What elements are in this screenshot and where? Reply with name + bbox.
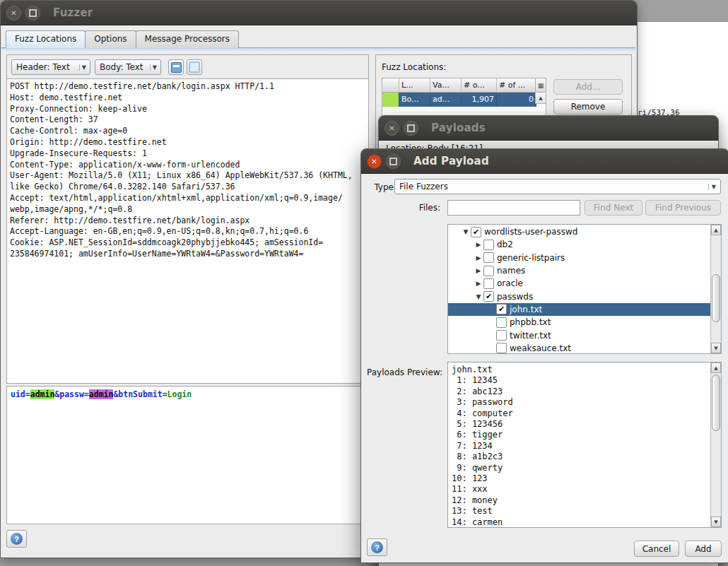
chevron-collapsed-icon[interactable]: ▶ bbox=[474, 280, 483, 287]
preview-scrollbar[interactable]: ▲ ▼ bbox=[710, 362, 721, 527]
chevron-expanded-icon[interactable]: ▼ bbox=[474, 293, 483, 300]
scroll-up-icon[interactable]: ▲ bbox=[535, 93, 546, 104]
fuzzer-tabstrip: Fuzz LocationsOptionsMessage Processors bbox=[6, 30, 238, 48]
table-row[interactable]: Bo...ad...1,9070 bbox=[382, 93, 546, 107]
table-header-cell[interactable]: Va... bbox=[430, 78, 462, 93]
split-view-icon bbox=[189, 61, 200, 73]
fuzzer-titlebar[interactable]: ✕ Fuzzer bbox=[1, 1, 637, 25]
checkbox[interactable] bbox=[483, 252, 494, 263]
payloads-preview-text: john.txt 1: 12345 2: abc123 3: password … bbox=[448, 362, 517, 528]
maximize-icon[interactable] bbox=[25, 6, 40, 20]
payloads-window-title: Payloads bbox=[431, 122, 486, 134]
tree-item-passwds[interactable]: ▼✔passwds bbox=[448, 290, 710, 302]
table-header-cell[interactable]: L... bbox=[399, 78, 430, 93]
tree-item-wordlists-user-passwd[interactable]: ▼✔wordlists-user-passwd bbox=[448, 225, 710, 238]
chevron-expanded-icon[interactable]: ▼ bbox=[461, 228, 471, 235]
tree-item-phpbb-txt[interactable]: phpbb.txt bbox=[448, 316, 710, 329]
checkbox[interactable]: ✔ bbox=[471, 227, 481, 237]
help-button[interactable]: ? bbox=[6, 530, 27, 548]
fuzzer-window-title: Fuzzer bbox=[53, 6, 93, 19]
payload-type-combo[interactable]: File Fuzzers ▼ bbox=[394, 179, 721, 194]
table-cell[interactable]: Bo... bbox=[399, 93, 430, 107]
checkbox[interactable] bbox=[496, 317, 507, 328]
add-location-button[interactable]: Add... bbox=[553, 79, 623, 95]
table-header-cell[interactable]: # of ... bbox=[497, 78, 536, 93]
scroll-down-icon[interactable]: ▼ bbox=[711, 343, 721, 353]
request-header-editor[interactable]: POST http://demo.testfire.net/bank/login… bbox=[7, 78, 368, 383]
add-button[interactable]: Add bbox=[685, 541, 722, 557]
scroll-down-icon[interactable]: ▼ bbox=[711, 517, 721, 527]
tree-item-weaksauce-txt[interactable]: weaksauce.txt bbox=[448, 342, 710, 354]
payloads-titlebar[interactable]: ✕ Payloads bbox=[379, 116, 718, 141]
file-tree-panel[interactable]: ▼✔wordlists-user-passwd▶db2▶generic-list… bbox=[447, 224, 722, 354]
request-body-editor[interactable]: uid=admin&passw=admin&btnSubmit=Login bbox=[7, 387, 368, 403]
table-options-icon[interactable]: ▦ bbox=[535, 78, 546, 93]
body-segment: &btnSubmit= bbox=[113, 389, 167, 399]
scroll-up-icon[interactable]: ▲ bbox=[711, 225, 721, 235]
chevron-down-icon[interactable]: ▼ bbox=[79, 64, 88, 71]
table-cell[interactable]: 1,907 bbox=[462, 93, 497, 107]
add-payload-titlebar[interactable]: ✕ Add Payload bbox=[361, 149, 728, 174]
chevron-down-icon[interactable]: ▼ bbox=[150, 64, 159, 71]
file-tree: ▼✔wordlists-user-passwd▶db2▶generic-list… bbox=[448, 225, 710, 354]
tab-fuzz-locations[interactable]: Fuzz Locations bbox=[6, 30, 86, 48]
tree-item-oracle[interactable]: ▶oracle bbox=[448, 277, 710, 290]
type-label: Type: bbox=[365, 182, 397, 192]
find-next-button[interactable]: Find Next bbox=[585, 200, 642, 216]
chevron-down-icon[interactable]: ▼ bbox=[708, 184, 719, 190]
fuzz-locations-table[interactable]: L...Va...# o...# of ... Bo...ad...1,9070… bbox=[382, 78, 546, 119]
close-icon[interactable]: ✕ bbox=[384, 121, 399, 136]
chevron-collapsed-icon[interactable]: ▶ bbox=[474, 241, 483, 248]
message-view-toolbar: Header: Text ▼ Body: Text ▼ bbox=[7, 55, 368, 78]
payloads-preview-label: Payloads Preview: bbox=[363, 367, 442, 377]
tree-item-label: generic-listpairs bbox=[497, 253, 565, 263]
checkbox[interactable]: ✔ bbox=[496, 304, 507, 314]
tree-item-twitter-txt[interactable]: twitter.txt bbox=[448, 329, 710, 341]
checkbox[interactable] bbox=[483, 240, 494, 250]
maximize-icon[interactable] bbox=[404, 121, 418, 136]
tree-item-names[interactable]: ▶names bbox=[448, 264, 710, 277]
checkbox[interactable]: ✔ bbox=[483, 291, 494, 302]
tree-item-label: weaksauce.txt bbox=[510, 343, 571, 353]
checkbox[interactable] bbox=[483, 278, 494, 289]
chevron-collapsed-icon[interactable]: ▶ bbox=[474, 254, 483, 261]
files-search-input[interactable] bbox=[447, 200, 580, 216]
tree-item-label: passwds bbox=[497, 292, 533, 302]
scroll-up-icon[interactable]: ▲ bbox=[711, 362, 721, 373]
body-view-combo-value: Body: Text bbox=[100, 62, 143, 72]
tab-message-processors[interactable]: Message Processors bbox=[136, 30, 239, 48]
tree-item-label: twitter.txt bbox=[510, 331, 551, 341]
table-header-cell[interactable]: # o... bbox=[462, 78, 497, 93]
help-button[interactable]: ? bbox=[367, 538, 387, 556]
maximize-icon[interactable] bbox=[386, 154, 401, 169]
tree-scrollbar[interactable]: ▲ ▼ bbox=[710, 225, 721, 353]
remove-location-button[interactable]: Remove bbox=[553, 99, 623, 114]
close-icon[interactable]: ✕ bbox=[6, 6, 21, 20]
table-header-cell[interactable] bbox=[382, 78, 399, 93]
cancel-button[interactable]: Cancel bbox=[634, 541, 679, 557]
body-view-combo[interactable]: Body: Text ▼ bbox=[95, 59, 161, 75]
close-icon[interactable]: ✕ bbox=[367, 154, 382, 169]
message-body-panel[interactable]: uid=admin&passw=admin&btnSubmit=Login bbox=[6, 386, 369, 524]
tree-item-generic-listpairs[interactable]: ▶generic-listpairs bbox=[448, 252, 710, 264]
chevron-collapsed-icon[interactable]: ▶ bbox=[474, 267, 483, 274]
scrollbar-thumb[interactable] bbox=[712, 375, 720, 431]
body-segment: Login bbox=[168, 389, 192, 399]
payloads-preview-panel[interactable]: john.txt 1: 12345 2: abc123 3: password … bbox=[447, 362, 722, 528]
body-segment: admin bbox=[30, 389, 55, 399]
tree-item-db2[interactable]: ▶db2 bbox=[448, 238, 710, 251]
find-previous-button[interactable]: Find Previous bbox=[645, 200, 721, 216]
body-segment: &passw= bbox=[54, 389, 88, 399]
split-view-button[interactable] bbox=[187, 59, 202, 75]
checkbox[interactable] bbox=[496, 343, 507, 353]
combined-view-button[interactable] bbox=[168, 59, 184, 75]
header-view-combo-value: Header: Text bbox=[16, 62, 70, 72]
table-cell[interactable]: ad... bbox=[430, 93, 462, 107]
table-cell[interactable]: 0 bbox=[497, 93, 536, 107]
checkbox[interactable] bbox=[483, 266, 494, 276]
tree-item-john-txt[interactable]: ✔john.txt bbox=[448, 303, 710, 316]
tab-options[interactable]: Options bbox=[85, 30, 136, 48]
header-view-combo[interactable]: Header: Text ▼ bbox=[11, 59, 90, 75]
scrollbar-thumb[interactable] bbox=[712, 274, 720, 322]
checkbox[interactable] bbox=[496, 330, 507, 341]
